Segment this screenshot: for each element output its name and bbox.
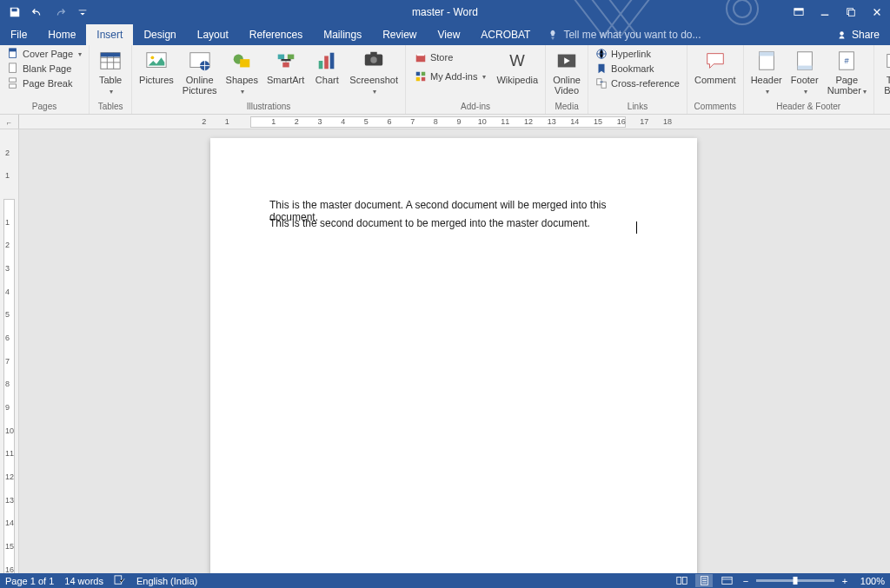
status-language[interactable]: English (India)	[136, 576, 197, 586]
store-button[interactable]: Store	[411, 50, 489, 64]
web-layout-button[interactable]	[718, 574, 735, 587]
undo-button[interactable]	[28, 3, 47, 22]
shapes-icon	[229, 49, 254, 73]
svg-text:#: #	[845, 56, 850, 65]
tab-view[interactable]: View	[428, 24, 471, 45]
lightbulb-icon	[548, 30, 558, 40]
textbox-icon: A	[883, 49, 890, 73]
tab-home[interactable]: Home	[37, 24, 86, 45]
document-page[interactable]: This is the master document. A second do…	[210, 138, 697, 573]
group-comments: Comment Comments	[687, 45, 744, 114]
svg-rect-23	[282, 63, 289, 68]
wikipedia-button[interactable]: WWikipedia	[493, 47, 541, 87]
bookmark-button[interactable]: Bookmark	[592, 62, 683, 76]
qat-customize-button[interactable]	[73, 3, 92, 22]
svg-point-0	[727, 0, 758, 24]
page-break-button[interactable]: Page Break	[3, 76, 85, 90]
group-pages: Cover Page▾ Blank Page Page Break Pages	[0, 45, 90, 114]
save-button[interactable]	[5, 3, 24, 22]
status-words[interactable]: 14 words	[64, 576, 103, 586]
zoom-slider[interactable]	[756, 579, 834, 582]
redo-button[interactable]	[50, 3, 70, 22]
svg-rect-14	[101, 53, 120, 57]
svg-rect-24	[319, 61, 323, 69]
svg-rect-4	[821, 15, 829, 16]
svg-rect-21	[277, 55, 283, 60]
tab-mailings[interactable]: Mailings	[313, 24, 372, 45]
svg-rect-12	[10, 84, 17, 88]
wikipedia-icon: W	[505, 49, 529, 73]
blank-page-button[interactable]: Blank Page	[3, 62, 85, 76]
horizontal-ruler[interactable]: ⌐ 21123456789101112131415161718	[0, 115, 890, 129]
header-button[interactable]: Header▾	[747, 47, 786, 98]
table-button[interactable]: Table▾	[93, 47, 128, 98]
ribbon-tabs: File Home Insert Design Layout Reference…	[0, 24, 890, 45]
my-addins-icon	[415, 70, 427, 83]
window-title: master - Word	[0, 6, 890, 18]
print-layout-button[interactable]	[695, 574, 713, 587]
tell-me-search[interactable]: Tell me what you want to do...	[548, 24, 827, 45]
svg-rect-11	[10, 78, 17, 82]
svg-rect-10	[10, 63, 17, 73]
group-links: Hyperlink Bookmark Cross-reference Links	[588, 45, 687, 114]
my-addins-button[interactable]: My Add-ins ▾	[411, 69, 489, 83]
svg-text:W: W	[509, 51, 525, 69]
svg-point-28	[370, 56, 376, 63]
share-icon	[838, 30, 848, 40]
online-video-button[interactable]: OnlineVideo	[549, 47, 584, 97]
minimize-button[interactable]	[812, 0, 838, 24]
zoom-in-button[interactable]: +	[840, 576, 850, 586]
cover-page-button[interactable]: Cover Page▾	[3, 47, 85, 61]
online-pictures-button[interactable]: OnlinePictures	[179, 47, 221, 97]
svg-rect-32	[422, 72, 425, 76]
spellcheck-icon[interactable]	[114, 575, 126, 587]
read-mode-button[interactable]	[673, 574, 690, 587]
svg-rect-65	[721, 577, 731, 584]
tab-references[interactable]: References	[239, 24, 313, 45]
zoom-level[interactable]: 100%	[855, 576, 885, 586]
svg-rect-61	[115, 575, 122, 583]
bookmark-icon	[595, 63, 608, 75]
quick-access-toolbar	[0, 3, 92, 22]
page-number-button[interactable]: #PageNumber▾	[824, 47, 870, 98]
ribbon-display-button[interactable]	[786, 0, 812, 24]
status-page[interactable]: Page 1 of 1	[5, 576, 54, 586]
hyperlink-icon	[595, 48, 608, 60]
tab-acrobat[interactable]: ACROBAT	[470, 24, 541, 45]
vertical-ruler[interactable]: 2112345678910111213141516	[0, 129, 19, 573]
chart-button[interactable]: Chart	[309, 47, 344, 87]
zoom-out-button[interactable]: −	[741, 576, 751, 586]
svg-rect-26	[330, 53, 335, 69]
tab-file[interactable]: File	[0, 24, 37, 45]
tab-layout[interactable]: Layout	[187, 24, 239, 45]
svg-rect-22	[287, 55, 293, 60]
blank-page-icon	[7, 63, 19, 75]
status-bar: Page 1 of 1 14 words English (India) − +…	[0, 573, 890, 588]
page-canvas[interactable]: This is the master document. A second do…	[19, 129, 890, 573]
maximize-button[interactable]	[838, 0, 864, 24]
svg-rect-41	[759, 52, 774, 56]
svg-rect-20	[240, 59, 249, 67]
close-button[interactable]	[864, 0, 890, 24]
shapes-button[interactable]: Shapes▾	[222, 47, 262, 98]
hyperlink-button[interactable]: Hyperlink	[592, 47, 683, 61]
paragraph-2[interactable]: This is the second document to be merged…	[269, 217, 645, 229]
pictures-button[interactable]: Pictures	[136, 47, 177, 87]
smartart-icon	[274, 49, 298, 73]
store-icon	[415, 51, 427, 63]
footer-button[interactable]: Footer▾	[787, 47, 822, 98]
ruler-corner[interactable]: ⌐	[0, 115, 19, 129]
ribbon: Cover Page▾ Blank Page Page Break Pages …	[0, 45, 890, 115]
comment-button[interactable]: Comment	[691, 47, 740, 87]
cross-reference-button[interactable]: Cross-reference	[592, 76, 683, 90]
svg-rect-25	[325, 56, 329, 69]
svg-rect-34	[422, 77, 425, 81]
text-box-button[interactable]: ATextBox▾	[878, 47, 890, 98]
screenshot-button[interactable]: Screenshot▾	[346, 47, 402, 98]
smartart-button[interactable]: SmartArt	[263, 47, 308, 87]
share-button[interactable]: Share	[827, 24, 890, 45]
tab-insert[interactable]: Insert	[86, 24, 133, 45]
group-header-footer: Header▾ Footer▾ #PageNumber▾ Header & Fo…	[744, 45, 874, 114]
tab-review[interactable]: Review	[372, 24, 427, 45]
tab-design[interactable]: Design	[133, 24, 186, 45]
